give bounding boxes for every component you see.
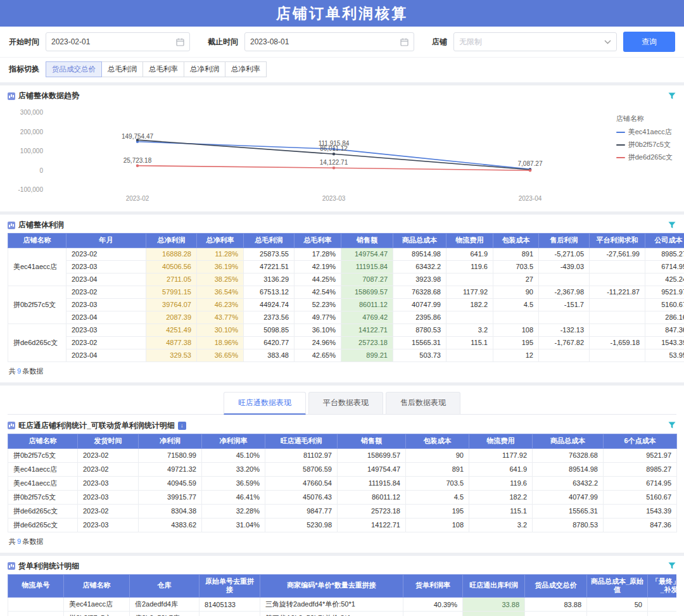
table-row: 2023-0339764.0746.23%44924.7452.23%86011… bbox=[8, 298, 684, 311]
cell: 44.25% bbox=[294, 273, 341, 286]
cell: -151.7 bbox=[539, 298, 590, 311]
cell: 16888.28 bbox=[146, 248, 197, 260]
panel-icon bbox=[8, 222, 15, 229]
table-row: 2023-042087.3943.77%2373.5649.77%4769.42… bbox=[8, 311, 684, 324]
cell: 5160.67 bbox=[645, 298, 684, 311]
svg-text:100,000: 100,000 bbox=[20, 148, 44, 154]
cell: 71580.99 bbox=[139, 448, 202, 462]
metric-tab-4[interactable]: 总净利率 bbox=[225, 61, 267, 77]
cell: -1,767.82 bbox=[539, 336, 590, 349]
line-chart-svg: 300,000200,000100,0000-100,0002023-02202… bbox=[8, 104, 673, 205]
column-header-7: 货品成交总价 bbox=[525, 574, 587, 598]
panel-icon bbox=[8, 92, 15, 100]
cell: 50 bbox=[587, 598, 648, 612]
cell: 美ec41aecc店 bbox=[8, 462, 78, 476]
start-date-input[interactable] bbox=[51, 37, 176, 46]
cell: 195 bbox=[493, 336, 539, 349]
cell bbox=[446, 311, 493, 324]
column-header-1: 发货时间 bbox=[78, 434, 139, 448]
filter-funnel-icon[interactable] bbox=[668, 562, 676, 570]
cell: 86011.12 bbox=[341, 298, 393, 311]
cell: 52.23% bbox=[294, 298, 341, 311]
filter-funnel-icon[interactable] bbox=[668, 92, 676, 101]
cell: 25873.55 bbox=[244, 248, 294, 260]
table-row: 美ec41aecc店2023-0216888.2811.28%25873.551… bbox=[8, 248, 684, 260]
table3-clip: 物流单号店铺名称仓库原始单号去重拼接商家编码*单价*数量去重拼接货单利润率旺店通… bbox=[8, 574, 676, 616]
query-button[interactable]: 查询 bbox=[623, 32, 675, 52]
cell: 5160.67 bbox=[604, 490, 677, 504]
svg-text:2023-02: 2023-02 bbox=[126, 195, 149, 202]
data-tab-2[interactable]: 售后数据表现 bbox=[386, 392, 460, 414]
table1-title: 店铺整体利润 bbox=[18, 220, 64, 230]
cell: 2023-03 bbox=[78, 490, 139, 504]
svg-text:14,122.71: 14,122.71 bbox=[320, 159, 348, 166]
cell: 8304.38 bbox=[139, 504, 202, 518]
legend-item-2[interactable]: 拼de6d265c文 bbox=[616, 153, 673, 162]
cell: 891 bbox=[406, 462, 469, 476]
cell: 31.04% bbox=[202, 518, 265, 532]
table-row[interactable]: 拼de6d265c文2023-034383.6231.04%5230.98141… bbox=[8, 518, 677, 532]
column-header-4: 总毛利润 bbox=[244, 234, 294, 248]
cell: 9521.97 bbox=[604, 448, 677, 462]
table-row[interactable]: 拼0b2f57c5文2023-0271580.9945.10%81102.971… bbox=[8, 448, 677, 462]
metric-tab-0[interactable]: 货品成交总价 bbox=[46, 61, 102, 77]
cell: 2023-04 bbox=[66, 311, 146, 324]
cell: 108 bbox=[406, 518, 469, 532]
cell: 67513.12 bbox=[244, 286, 294, 298]
cell: 40747.99 bbox=[393, 298, 446, 311]
order-detail-table: 物流单号店铺名称仓库原始单号去重拼接商家编码*单价*数量去重拼接货单利润率旺店通… bbox=[8, 574, 676, 616]
chart-panel: 店铺整体数据趋势 300,000200,000100,0000-100,0002… bbox=[0, 85, 684, 211]
legend-marker bbox=[616, 144, 625, 146]
cell: 拼0b2f57c5文 bbox=[64, 612, 130, 616]
cell: 4877.38 bbox=[146, 336, 197, 349]
legend-item-0[interactable]: 美ec41aecc店 bbox=[616, 127, 673, 137]
cell: 3 bbox=[587, 612, 648, 616]
cell: 43.77% bbox=[197, 311, 244, 324]
cell: 86011.12 bbox=[338, 490, 406, 504]
cell: 42.54% bbox=[294, 286, 341, 298]
table-row[interactable]: 美ec41aecc店2023-0249721.3233.20%58706.591… bbox=[8, 462, 677, 476]
svg-text:2023-04: 2023-04 bbox=[519, 195, 542, 202]
column-header-12: 公司成本 bbox=[645, 234, 684, 248]
legend-item-1[interactable]: 拼0b2f57c5文 bbox=[616, 140, 673, 149]
download-icon[interactable]: ↓ bbox=[178, 422, 186, 430]
table-row[interactable]: 拼0b2f57c5文2023-0339915.7746.41%45076.438… bbox=[8, 490, 677, 504]
filter-funnel-icon[interactable] bbox=[668, 221, 676, 230]
cell bbox=[539, 273, 590, 286]
column-header-0: 店铺名称 bbox=[8, 234, 66, 248]
column-header-9: 6个点成本 bbox=[604, 434, 677, 448]
cell: 2395.86 bbox=[393, 311, 446, 324]
metric-tab-3[interactable]: 总净利润 bbox=[184, 61, 225, 77]
cell: 40945.59 bbox=[139, 476, 202, 490]
metric-bar: 指标切换 货品成交总价总毛利润总毛利率总净利润总净利率 bbox=[0, 58, 684, 82]
svg-text:-100,000: -100,000 bbox=[18, 186, 44, 193]
cell: -439.03 bbox=[539, 260, 590, 273]
svg-text:149,754.47: 149,754.47 bbox=[122, 133, 153, 140]
cell: -132.13 bbox=[539, 324, 590, 336]
metric-tab-2[interactable]: 总毛利率 bbox=[142, 61, 184, 77]
table-row[interactable]: 拼de6d265c文2023-028304.3832.28%9847.77257… bbox=[8, 504, 677, 518]
store-select[interactable]: 无限制 bbox=[453, 32, 617, 51]
data-tab-1[interactable]: 平台数据表现 bbox=[308, 392, 383, 414]
cell: 954f1597 bbox=[200, 612, 260, 616]
cell: 115.1 bbox=[469, 504, 533, 518]
cell: 503.73 bbox=[393, 349, 446, 361]
end-date-input[interactable] bbox=[250, 37, 400, 46]
filter-funnel-icon[interactable] bbox=[668, 421, 676, 430]
cell: -1,659.18 bbox=[590, 336, 645, 349]
table-row[interactable]: 美ec41aecc店2023-0340945.5936.59%47660.541… bbox=[8, 476, 677, 490]
column-header-5: 货单利润率 bbox=[403, 574, 463, 598]
cell: 57991.15 bbox=[146, 286, 197, 298]
cell: 30.10% bbox=[197, 324, 244, 336]
calendar-icon bbox=[176, 38, 184, 46]
store-select-value: 无限制 bbox=[459, 37, 482, 47]
cell: 7087.27 bbox=[341, 273, 393, 286]
column-header-11: 平台利润求和 bbox=[590, 234, 645, 248]
cell: 44924.74 bbox=[244, 298, 294, 311]
cell: 1177.92 bbox=[446, 286, 493, 298]
start-date-input-wrap bbox=[46, 32, 190, 51]
cell: 6420.77 bbox=[244, 336, 294, 349]
data-tab-0[interactable]: 旺店通数据表现 bbox=[224, 392, 306, 415]
cell: 拼de6d265c文 bbox=[8, 518, 78, 532]
metric-tab-1[interactable]: 总毛利润 bbox=[101, 61, 143, 77]
